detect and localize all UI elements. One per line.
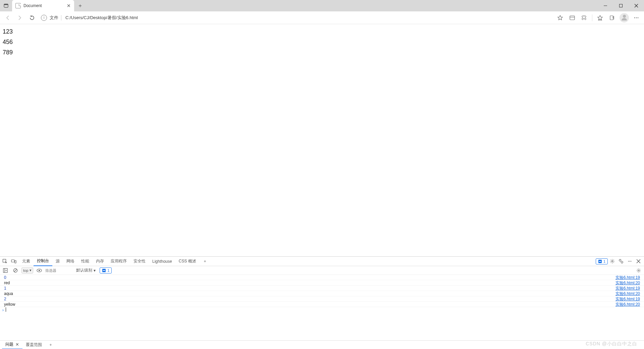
devtools-tab[interactable]: 元素 (19, 257, 34, 266)
devtools-issues-badge[interactable]: 1 (596, 258, 608, 264)
devtools-more-button[interactable] (625, 257, 634, 266)
svg-point-23 (628, 261, 629, 261)
console-live-expr-button[interactable] (35, 266, 43, 275)
console-sidebar-toggle[interactable] (1, 266, 9, 275)
window-controls (598, 0, 644, 11)
console-log-source-link[interactable]: 实验6.html:19 (615, 286, 640, 291)
drawer-add-tab-button[interactable]: ＋ (45, 341, 56, 349)
console-log-source-link[interactable]: 实验6.html:19 (615, 296, 640, 301)
devtools-device-button[interactable] (9, 257, 18, 266)
svg-rect-28 (3, 268, 7, 272)
svg-point-14 (638, 17, 638, 18)
page-line: 789 (3, 49, 641, 56)
nav-back-button[interactable] (2, 12, 13, 23)
tab-search-button[interactable] (0, 0, 12, 11)
window-close-button[interactable] (629, 0, 644, 11)
console-level-select[interactable]: 默认级别 ▾ (74, 267, 98, 273)
svg-point-13 (636, 17, 637, 18)
window-minimize-button[interactable] (598, 0, 613, 11)
devtools-settings-button[interactable] (608, 257, 616, 266)
profile-button[interactable] (619, 12, 630, 23)
address-url: C:/Users/CJ/Desktop/暑假/实验6.html (65, 15, 138, 21)
new-tab-button[interactable]: ＋ (75, 1, 85, 10)
toolbar-right (554, 12, 642, 23)
svg-point-12 (634, 17, 635, 18)
devtools-activity-button[interactable] (616, 257, 625, 266)
browser-tab[interactable]: Document ✕ (12, 0, 74, 11)
devtools-tab[interactable]: 网络 (63, 257, 78, 266)
console-log-message: 2 (4, 296, 615, 301)
menu-button[interactable] (631, 12, 642, 23)
devtools-tab[interactable]: 性能 (78, 257, 93, 266)
avatar-icon (620, 13, 629, 22)
site-info-icon[interactable]: i (41, 15, 47, 21)
devtools-drawer-tabs: 问题 ✕ 覆盖范围 ＋ (0, 340, 644, 349)
devtools-tab[interactable]: 安全性 (130, 257, 149, 266)
sidebar-button[interactable] (567, 12, 578, 23)
console-toolbar: top ▾ 默认级别 ▾ 1 (0, 266, 644, 275)
console-log-row: 0实验6.html:19 (0, 275, 644, 280)
console-log-row: 2实验6.html:19 (0, 296, 644, 302)
console-settings-button[interactable] (635, 266, 643, 275)
tab-close-button[interactable]: ✕ (66, 3, 71, 8)
svg-rect-9 (610, 16, 613, 20)
extensions-button[interactable] (579, 12, 590, 23)
page-content: 123 456 789 (0, 24, 644, 63)
console-scope-select[interactable]: top ▾ (21, 267, 33, 273)
svg-point-21 (619, 259, 621, 261)
tab-favicon-icon (15, 3, 21, 8)
svg-rect-16 (11, 260, 14, 262)
console-level-label: 默认级别 (76, 267, 92, 273)
drawer-tab-close-icon[interactable]: ✕ (15, 342, 19, 347)
favorites-bar-button[interactable] (594, 12, 606, 23)
drawer-tab-label: 问题 (5, 342, 13, 347)
tab-title: Document (23, 3, 66, 8)
svg-rect-1 (4, 4, 8, 5)
svg-rect-6 (570, 16, 575, 20)
console-log-row: 1实验6.html:19 (0, 286, 644, 291)
nav-forward-button[interactable] (14, 12, 25, 23)
console-log-source-link[interactable]: 实验6.html:20 (615, 291, 640, 296)
devtools-inspect-button[interactable] (1, 257, 9, 266)
console-clear-button[interactable] (11, 266, 19, 275)
svg-rect-35 (103, 270, 105, 271)
console-caret (6, 307, 6, 312)
devtools-tab[interactable]: Lighthouse (149, 257, 175, 266)
devtools-tab[interactable]: CSS 概述 (175, 257, 200, 266)
svg-point-24 (629, 261, 630, 261)
svg-point-36 (638, 269, 639, 271)
drawer-tab-coverage[interactable]: 覆盖范围 (22, 341, 45, 349)
console-log-source-link[interactable]: 实验6.html:20 (615, 302, 640, 307)
console-scope-label: top (23, 268, 28, 272)
console-issues-badge[interactable]: 1 (100, 267, 112, 273)
devtools-tab[interactable]: 控制台 (34, 257, 52, 266)
console-log-message: aqua (4, 291, 615, 296)
devtools-tab[interactable]: 应用程序 (107, 257, 130, 266)
drawer-tab-label: 覆盖范围 (26, 342, 42, 348)
console-log-source-link[interactable]: 实验6.html:20 (615, 280, 640, 285)
devtools-tab[interactable]: 内存 (93, 257, 107, 266)
console-input-row[interactable]: › (0, 307, 644, 333)
address-bar[interactable]: i 文件 C:/Users/CJ/Desktop/暑假/实验6.html (38, 13, 554, 23)
favorite-button[interactable] (554, 12, 566, 23)
window-maximize-button[interactable] (613, 0, 629, 11)
console-issues-count: 1 (107, 268, 109, 272)
devtools-close-button[interactable] (634, 257, 643, 266)
devtools-tab[interactable]: 源 (52, 257, 63, 266)
chevron-down-icon: ▾ (94, 268, 96, 273)
svg-rect-3 (620, 4, 623, 7)
collections-button[interactable] (606, 12, 618, 23)
nav-reload-button[interactable] (26, 12, 38, 23)
devtools-add-tab-button[interactable]: ＋ (200, 257, 210, 266)
console-log-row: yellow实验6.html:20 (0, 302, 644, 307)
devtools-issues-count: 1 (603, 259, 605, 263)
console-log-source-link[interactable]: 实验6.html:19 (615, 275, 640, 280)
page-line: 456 (3, 39, 641, 46)
svg-point-33 (39, 270, 40, 271)
svg-line-31 (14, 269, 17, 272)
console-filter-input[interactable] (45, 268, 72, 272)
drawer-tab-issues[interactable]: 问题 ✕ (2, 341, 22, 349)
page-line: 123 (3, 28, 641, 35)
svg-rect-17 (15, 260, 16, 263)
address-scheme-label: 文件 (50, 15, 58, 21)
